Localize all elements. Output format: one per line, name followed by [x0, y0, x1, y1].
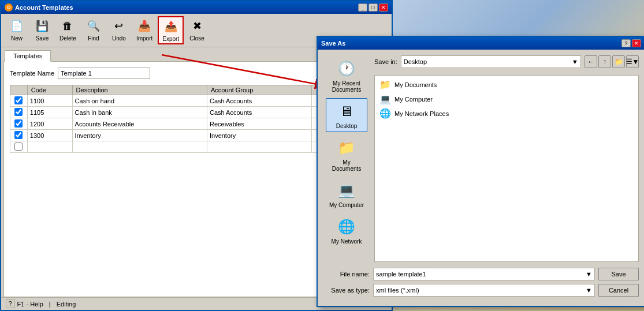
new-button[interactable]: 📄 New: [5, 16, 29, 44]
app-icon: ⚙: [5, 3, 13, 12]
file-item-my-computer[interactable]: 💻 My Computer: [377, 92, 636, 106]
new-icon: 📄: [9, 18, 25, 34]
computer-icon: 💻: [336, 180, 357, 201]
row-description: [72, 141, 207, 153]
find-button[interactable]: 🔍 Find: [81, 16, 106, 44]
save-in-arrow: ▼: [572, 58, 578, 65]
main-window-controls: _ □ ✕: [358, 3, 388, 12]
row-account-group: Cash Accounts: [207, 107, 312, 118]
row-code: 1300: [27, 130, 72, 141]
row-code: [27, 141, 72, 153]
save-icon: 💾: [34, 18, 50, 34]
documents-label: My Documents: [329, 159, 364, 172]
file-item-my-network[interactable]: 🌐 My Network Places: [377, 107, 636, 120]
save-type-row: Save as type: xml files (*.xml) ▼ Cancel: [323, 284, 639, 297]
dialog-close-button[interactable]: ✕: [632, 39, 641, 47]
row-check-cell[interactable]: [10, 107, 28, 118]
delete-icon: 🗑: [59, 18, 76, 34]
save-type-arrow: ▼: [586, 287, 592, 294]
col-account-group: Account Group: [207, 85, 312, 95]
col-description: Description: [72, 85, 207, 95]
template-name-input[interactable]: [58, 68, 150, 79]
network-icon: 🌐: [336, 216, 357, 237]
col-code: Code: [27, 85, 72, 95]
row-description: Cash in bank: [72, 107, 207, 118]
desktop-label: Desktop: [336, 123, 358, 129]
my-computer-name: My Computer: [394, 96, 433, 103]
dialog-help-button[interactable]: ?: [621, 39, 631, 47]
row-check-cell[interactable]: [10, 130, 28, 141]
row-check-cell[interactable]: [10, 118, 28, 130]
file-name-arrow: ▼: [586, 271, 592, 278]
file-list: 📁 My Documents 💻 My Computer 🌐 My Networ…: [374, 75, 639, 262]
row-account-group: [207, 141, 312, 153]
sidebar-computer[interactable]: 💻 My Computer: [326, 177, 367, 211]
row-description: Cash on hand: [72, 95, 207, 107]
sidebar-recent-documents[interactable]: 🕐 My RecentDocuments: [326, 55, 367, 96]
row-account-group: Receivables: [207, 118, 312, 130]
minimize-button[interactable]: _: [358, 3, 367, 12]
help-text: F1 - Help: [17, 301, 43, 308]
template-name-label: Template Name: [10, 70, 54, 77]
cancel-action-button[interactable]: Cancel: [598, 284, 639, 297]
row-checkbox[interactable]: [14, 143, 23, 151]
my-documents-name: My Documents: [394, 81, 437, 88]
file-name-dropdown[interactable]: sample template1 ▼: [373, 268, 595, 280]
delete-button[interactable]: 🗑 Delete: [55, 16, 80, 44]
undo-button[interactable]: ↩ Undo: [107, 16, 131, 44]
sidebar-network[interactable]: 🌐 My Network: [326, 213, 367, 248]
row-checkbox[interactable]: [14, 96, 23, 104]
row-description: Inventory: [72, 130, 207, 141]
import-button[interactable]: 📥 Import: [132, 16, 157, 44]
editing-status: Editing: [57, 301, 76, 308]
row-code: 1105: [27, 107, 72, 118]
dialog-title-text: Save As: [321, 40, 345, 47]
row-checkbox[interactable]: [14, 119, 23, 128]
close-button[interactable]: ✖ Close: [185, 16, 209, 44]
save-button[interactable]: 💾 Save: [30, 16, 54, 44]
save-action-button[interactable]: Save: [598, 268, 639, 280]
save-as-dialog: Save As ? ✕ 🕐 My RecentDocuments 🖥 Deskt…: [317, 36, 644, 307]
recent-docs-icon: 🕐: [336, 58, 357, 79]
new-folder-button[interactable]: 📁: [612, 55, 625, 68]
row-check-cell[interactable]: [10, 95, 28, 107]
documents-icon: 📁: [336, 137, 357, 158]
save-in-dropdown[interactable]: Desktop ▼: [401, 55, 581, 68]
dialog-sidebar: 🕐 My RecentDocuments 🖥 Desktop 📁 My Docu…: [323, 55, 370, 262]
save-in-value: Desktop: [404, 58, 427, 65]
recent-docs-label: My RecentDocuments: [332, 80, 362, 93]
nav-buttons: ← ↑ 📁 ☰▼: [585, 55, 639, 68]
find-icon: 🔍: [85, 18, 102, 34]
dialog-right-panel: Save in: Desktop ▼ ← ↑ 📁 ☰▼ 📁: [374, 55, 639, 262]
status-help: ? F1 - Help: [6, 299, 43, 308]
undo-icon: ↩: [111, 18, 127, 34]
save-type-dropdown[interactable]: xml files (*.xml) ▼: [373, 284, 595, 297]
import-icon: 📥: [136, 18, 152, 34]
row-check-cell[interactable]: [10, 141, 28, 153]
sidebar-documents[interactable]: 📁 My Documents: [326, 134, 367, 175]
dialog-title-bar: Save As ? ✕: [318, 37, 644, 50]
main-window-title: Account Templates: [15, 4, 73, 11]
dialog-bottom: File name: sample template1 ▼ Save Save …: [318, 268, 644, 306]
close-window-button[interactable]: ✕: [379, 3, 388, 12]
main-title-bar: ⚙ Account Templates _ □ ✕: [1, 1, 392, 14]
views-button[interactable]: ☰▼: [626, 55, 639, 68]
my-computer-icon: 💻: [379, 93, 391, 104]
help-icon: ?: [6, 299, 15, 308]
templates-tab[interactable]: Templates: [5, 50, 51, 62]
file-name-row: File name: sample template1 ▼ Save: [323, 268, 639, 280]
row-account-group: Cash Accounts: [207, 95, 312, 107]
file-name-label: File name:: [323, 271, 370, 278]
up-button[interactable]: ↑: [598, 55, 611, 68]
col-check: [10, 85, 28, 95]
maximize-button[interactable]: □: [368, 3, 378, 12]
file-name-value: sample template1: [376, 271, 426, 278]
sidebar-desktop[interactable]: 🖥 Desktop: [326, 98, 367, 132]
back-button[interactable]: ←: [585, 55, 597, 68]
row-checkbox[interactable]: [14, 108, 23, 116]
export-button[interactable]: 📤 Export: [158, 16, 184, 44]
save-as-type-label: Save as type:: [323, 287, 370, 294]
file-item-my-documents[interactable]: 📁 My Documents: [377, 78, 636, 91]
row-checkbox[interactable]: [14, 131, 23, 139]
my-documents-icon: 📁: [379, 79, 391, 90]
